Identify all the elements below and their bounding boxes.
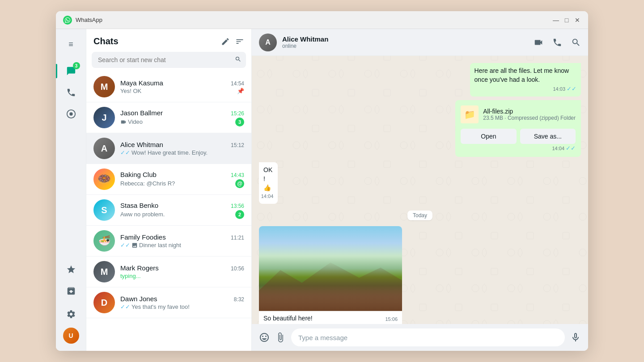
file-bubble: 📁 All-files.zip 23.5 MB · Compressed (zi… [455,100,581,157]
chat-time-maya: 14:54 [231,80,244,87]
message-bubble-m1: Here are all the files. Let me know once… [470,63,581,97]
starred-nav-button[interactable] [61,260,81,279]
chat-item-stasa[interactable]: S Stasa Benko 13:56 Aww no problem. 2 [86,195,251,226]
date-divider: Today [259,211,581,219]
avatar-family: 🍜 [93,230,115,252]
chat-preview-baking: Rebecca: @Chris R? [120,180,235,187]
image-time: 15:06 [385,316,398,322]
chat-name-stasa: Stasa Benko [120,202,158,209]
calls-nav-button[interactable] [61,83,81,102]
chat-name-maya: Maya Kasuma [120,79,163,87]
avatar-baking: 🍩 [93,168,115,190]
chat-item-family[interactable]: 🍜 Family Foodies 11:21 ✓✓ Dinner last ni… [86,226,251,257]
chat-time-dawn: 8:32 [234,296,244,303]
voice-message-button[interactable] [570,332,581,343]
chat-time-jason: 15:26 [231,110,244,117]
chat-name-dawn: Dawn Jones [120,295,157,303]
chat-preview-maya: Yes! OK [120,88,237,94]
app-body: ≡ 3 U [56,29,588,351]
chat-time-family: 11:21 [231,235,244,241]
video-call-button[interactable] [534,38,543,47]
chat-contact-status: online [282,43,528,49]
chats-nav-button[interactable]: 3 [61,61,81,81]
svg-point-1 [69,112,72,115]
message-m2: 📁 All-files.zip 23.5 MB · Compressed (zi… [455,100,581,157]
new-chat-button[interactable] [221,37,230,46]
chat-preview-mark: typing... [120,273,244,279]
chat-window: A Alice Whitman online [252,29,588,351]
message-time-m1: 14:03 ✓✓ [475,85,576,93]
message-m4: So beautiful here! 15:06 ❤️ [259,226,402,324]
image-caption-text: So beautiful here! [263,315,313,322]
message-input[interactable] [291,328,565,346]
app-window: WhatsApp — □ ✕ ≡ 3 [56,11,588,351]
search-chat-button[interactable] [571,38,581,47]
chat-name-mark: Mark Rogers [120,264,159,272]
chat-item-jason[interactable]: J Jason Ballmer 15:26 Video 3 [86,102,251,133]
chat-name-family: Family Foodies [120,233,166,241]
pin-icon-maya: 📌 [237,88,244,94]
file-actions: Open Save as... [461,129,576,144]
chat-header-avatar: A [259,34,277,51]
chat-list-header: Chats [86,29,251,50]
chat-item-baking[interactable]: 🍩 Baking Club 14:43 Rebecca: @Chris R? @ [86,164,251,195]
archived-nav-button[interactable] [61,281,81,301]
avatar-alice: A [93,138,115,159]
search-input[interactable] [92,52,246,68]
user-avatar[interactable]: U [63,328,79,344]
chat-item-dawn[interactable]: D Dawn Jones 8:32 ✓✓ Yes that's my fave … [86,287,251,318]
chat-item-alice[interactable]: A Alice Whitman 15:12 ✓✓ Wow! Have great… [86,133,251,164]
chat-time-alice: 15:12 [231,142,244,148]
window-controls: — □ ✕ [552,17,581,24]
settings-nav-button[interactable] [61,304,81,324]
chat-list-panel: Chats [86,29,252,351]
message-text-m3: OK! 👍 [263,166,273,192]
search-bar [92,52,246,68]
chat-preview-stasa: Aww no problem. [120,211,235,218]
avatar-mark: M [93,261,115,282]
unread-badge-stasa: 2 [235,210,244,219]
status-nav-button[interactable] [61,104,81,124]
chat-name-alice: Alice Whitman [120,141,163,148]
filter-button[interactable] [235,37,244,46]
attach-button[interactable] [275,332,286,343]
maximize-button[interactable]: □ [563,17,570,24]
left-nav: ≡ 3 U [56,29,86,351]
read-check-m1: ✓✓ [567,85,576,93]
message-time-m2: 14:04 ✓✓ [461,145,576,152]
close-button[interactable]: ✕ [574,17,581,24]
avatar-dawn: D [93,292,115,313]
chat-input-bar [252,324,588,351]
chat-preview-jason: Video [120,118,235,125]
voice-call-button[interactable] [552,38,562,47]
search-icon [235,56,242,64]
file-name: All-files.zip [483,108,576,115]
chat-header-actions [534,38,581,47]
app-logo [63,16,72,25]
unread-badge-jason: 3 [235,118,244,126]
chat-time-mark: 10:56 [231,265,244,272]
menu-nav-icon[interactable]: ≡ [61,34,81,54]
save-file-button[interactable]: Save as... [520,129,576,144]
image-message-m4: So beautiful here! 15:06 ❤️ [259,226,402,324]
message-time-m3: 14:04 [263,193,273,200]
emoji-button[interactable] [259,332,270,343]
message-m3: OK! 👍 14:04 [259,162,288,203]
chat-list-title: Chats [93,36,119,46]
chat-item-maya[interactable]: M Maya Kasuma 14:54 Yes! OK 📌 [86,72,251,102]
open-file-button[interactable]: Open [461,129,516,144]
chat-preview-alice: ✓✓ Wow! Have great time. Enjoy. [120,149,244,156]
chat-name-baking: Baking Club [120,171,157,178]
chats-badge: 3 [73,62,80,69]
chat-time-stasa: 13:56 [231,203,244,209]
message-image [259,226,402,311]
chat-items: M Maya Kasuma 14:54 Yes! OK 📌 [86,72,251,351]
chat-preview-dawn: ✓✓ Yes that's my fave too! [120,303,244,310]
minimize-button[interactable]: — [552,17,559,24]
file-type-icon: 📁 [461,105,479,123]
read-check-m2: ✓✓ [566,145,576,152]
unread-badge-baking: @ [235,179,244,188]
title-bar: WhatsApp — □ ✕ [56,11,588,29]
chat-item-mark[interactable]: M Mark Rogers 10:56 typing... [86,257,251,287]
avatar-jason: J [93,107,115,128]
